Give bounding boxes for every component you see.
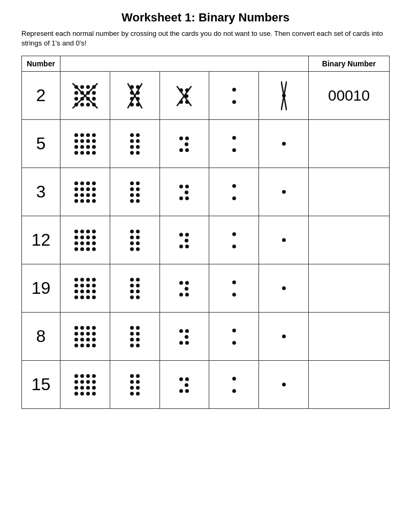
col-header-number: Number	[22, 56, 60, 72]
card-cell-4	[259, 216, 309, 264]
card-cell-3	[209, 120, 259, 168]
number-cell: 5	[22, 120, 60, 168]
card-cell-0	[60, 216, 110, 264]
card-cell-4	[259, 72, 309, 120]
card-cell-3	[209, 313, 259, 361]
binary-cell	[309, 120, 390, 168]
table-row: 8	[22, 313, 390, 361]
card-cell-4	[259, 120, 309, 168]
number-cell: 19	[22, 264, 60, 313]
card-cell-1	[110, 168, 159, 216]
binary-cell	[309, 361, 390, 409]
card-cell-2	[159, 216, 209, 264]
card-cell-0	[60, 264, 110, 313]
card-cell-0	[60, 120, 110, 168]
card-cell-0	[60, 361, 110, 409]
table-row: 15	[22, 361, 390, 409]
binary-cell: 00010	[309, 72, 390, 120]
card-cell-2	[159, 120, 209, 168]
card-cell-2	[159, 168, 209, 216]
binary-cell	[309, 264, 390, 313]
binary-cell	[309, 216, 390, 264]
card-cell-1	[110, 313, 159, 361]
col-header-binary: Binary Number	[309, 56, 390, 72]
card-cell-2	[159, 361, 209, 409]
table-row: 19	[22, 264, 390, 313]
card-cell-3	[209, 361, 259, 409]
card-cell-1	[110, 216, 159, 264]
card-cell-3	[209, 72, 259, 120]
number-cell: 8	[22, 313, 60, 361]
number-cell: 2	[22, 72, 60, 120]
card-cell-1	[110, 120, 159, 168]
main-table: Number Binary Number 200010531219815	[21, 56, 390, 409]
col-header-cards	[60, 56, 308, 72]
card-cell-3	[209, 168, 259, 216]
number-cell: 3	[22, 168, 60, 216]
card-cell-0	[60, 168, 110, 216]
binary-cell	[309, 168, 390, 216]
card-cell-4	[259, 361, 309, 409]
card-cell-2	[159, 313, 209, 361]
table-row: 5	[22, 120, 390, 168]
card-cell-3	[209, 264, 259, 313]
table-row: 200010	[22, 72, 390, 120]
card-cell-1	[110, 264, 159, 313]
instructions-text: Represent each normal number by crossing…	[21, 29, 390, 48]
card-cell-0	[60, 313, 110, 361]
card-cell-1	[110, 361, 159, 409]
card-cell-4	[259, 264, 309, 313]
number-cell: 12	[22, 216, 60, 264]
card-cell-4	[259, 168, 309, 216]
binary-cell	[309, 313, 390, 361]
card-cell-2	[159, 264, 209, 313]
card-cell-2	[159, 72, 209, 120]
card-cell-0	[60, 72, 110, 120]
page-title: Worksheet 1: Binary Numbers	[21, 11, 390, 25]
card-cell-1	[110, 72, 159, 120]
table-row: 3	[22, 168, 390, 216]
table-row: 12	[22, 216, 390, 264]
number-cell: 15	[22, 361, 60, 409]
card-cell-3	[209, 216, 259, 264]
card-cell-4	[259, 313, 309, 361]
